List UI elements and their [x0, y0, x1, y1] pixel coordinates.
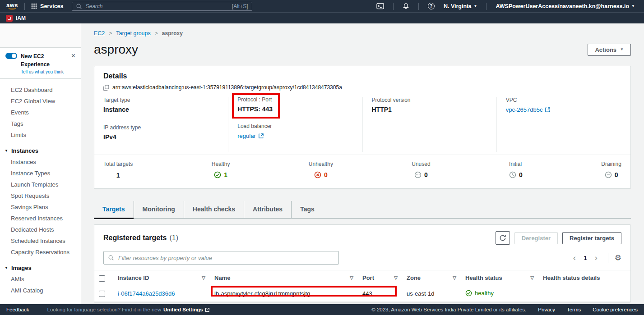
sidebar-section-elastic-block-store[interactable]: ▼ Elastic Block Store: [0, 300, 81, 304]
nav-divider: [393, 3, 394, 10]
filter-input[interactable]: [117, 254, 334, 262]
recently-visited-bar: IAM: [0, 12, 644, 23]
search-input[interactable]: [85, 3, 229, 10]
sort-icon[interactable]: ▽: [350, 275, 353, 280]
previous-page-icon[interactable]: ‹: [569, 254, 580, 262]
target-type-value: Instance: [103, 106, 129, 113]
target-type-label: Target type: [103, 97, 219, 103]
protocol-port-value: HTTPS: 443: [237, 105, 273, 113]
register-targets-label: Register targets: [570, 235, 614, 242]
next-page-icon[interactable]: ›: [590, 254, 601, 262]
region-selector[interactable]: N. Virginia ▼: [439, 3, 482, 9]
copy-icon[interactable]: [103, 85, 109, 91]
feedback-link[interactable]: Feedback: [6, 307, 29, 312]
filter-box: [103, 251, 339, 265]
sidebar-item-tags[interactable]: Tags: [0, 118, 81, 129]
cloudshell-icon: [376, 3, 384, 9]
sidebar-top-strip: [0, 23, 81, 47]
copyright-text: © 2023, Amazon Web Services India Privat…: [371, 307, 526, 312]
terms-link[interactable]: Terms: [567, 307, 581, 312]
nav-divider: [418, 3, 419, 10]
cloudshell-button[interactable]: [372, 3, 389, 9]
account-menu[interactable]: AWSPowerUserAccess/navaneeth.kn@harness.…: [491, 3, 639, 9]
sort-icon[interactable]: ▽: [394, 275, 398, 280]
sidebar-section-instances[interactable]: ▼ Instances: [0, 145, 81, 156]
sort-icon[interactable]: ▽: [530, 275, 534, 280]
stat-value: 0: [519, 171, 523, 178]
sort-icon[interactable]: ▽: [202, 275, 205, 280]
load-balancer-link[interactable]: regular: [237, 132, 264, 139]
unified-settings-label: Unified Settings: [163, 307, 203, 312]
instance-id-link[interactable]: i-06f1744a6a25d36d6: [118, 290, 175, 297]
help-button[interactable]: ?: [423, 3, 439, 9]
registered-targets-count: (1): [170, 234, 179, 242]
new-experience-title: New EC2 Experience: [21, 53, 50, 68]
aws-logo[interactable]: aws: [6, 3, 18, 9]
sidebar-item-ec2-dashboard[interactable]: EC2 Dashboard: [0, 84, 81, 96]
select-all-checkbox[interactable]: [99, 275, 105, 282]
privacy-link[interactable]: Privacy: [538, 307, 555, 312]
actions-button[interactable]: Actions ▼: [588, 44, 631, 56]
global-search[interactable]: [Alt+S]: [72, 2, 252, 11]
sidebar-item-capacity-reservations[interactable]: Capacity Reservations: [0, 247, 81, 258]
settings-gear-icon[interactable]: ⚙: [615, 253, 621, 263]
tab-tags[interactable]: Tags: [291, 201, 323, 218]
register-targets-button[interactable]: Register targets: [562, 232, 621, 244]
sidebar-item-amis[interactable]: AMIs: [0, 274, 81, 285]
services-menu[interactable]: Services: [29, 3, 65, 9]
sidebar-item-instances[interactable]: Instances: [0, 156, 81, 168]
nav-divider: [486, 3, 486, 10]
page-title: asproxy: [94, 42, 138, 57]
sidebar-item-ami-catalog[interactable]: AMI Catalog: [0, 285, 81, 296]
sidebar-section-title: Instances: [11, 147, 38, 154]
cookie-preferences-link[interactable]: Cookie preferences: [593, 307, 638, 312]
new-experience-panel: New EC2 Experience Tell us what you thin…: [0, 47, 81, 79]
iam-shortcut[interactable]: IAM: [16, 15, 26, 21]
sidebar-item-limits[interactable]: Limits: [0, 129, 81, 141]
deregister-button[interactable]: Deregister: [514, 232, 558, 244]
nav-divider: [24, 3, 25, 10]
sidebar-item-events[interactable]: Events: [0, 107, 81, 118]
page-number[interactable]: 1: [582, 255, 588, 261]
new-experience-toggle[interactable]: [5, 53, 17, 59]
table-row: i-06f1744a6a25d36d6 lb-asproxytyler-cfcg…: [94, 286, 630, 301]
sidebar-item-scheduled-instances[interactable]: Scheduled Instances: [0, 235, 81, 247]
sort-icon[interactable]: ▽: [453, 275, 456, 280]
sidebar-item-reserved-instances[interactable]: Reserved Instances: [0, 213, 81, 224]
breadcrumb-target-groups[interactable]: Target groups: [116, 30, 150, 37]
services-grid-icon: [31, 3, 37, 9]
footer: Feedback Looking for language selection?…: [0, 304, 644, 315]
tab-targets[interactable]: Targets: [94, 201, 134, 218]
protocol-version-label: Protocol version: [372, 97, 487, 103]
sidebar-section-images[interactable]: ▼ Images: [0, 262, 81, 274]
refresh-button[interactable]: [496, 231, 510, 245]
breadcrumb-ec2[interactable]: EC2: [94, 30, 105, 37]
sidebar-item-ec2-global-view[interactable]: EC2 Global View: [0, 96, 81, 107]
sidebar-item-spot-requests[interactable]: Spot Requests: [0, 190, 81, 201]
sidebar-item-savings-plans[interactable]: Savings Plans: [0, 201, 81, 213]
ellipsis-circle-icon: [414, 171, 422, 178]
external-link-icon: [205, 307, 210, 312]
protocol-version-value: HTTP1: [372, 106, 392, 113]
new-experience-feedback-link[interactable]: Tell us what you think: [21, 69, 69, 74]
sidebar-item-dedicated-hosts[interactable]: Dedicated Hosts: [0, 224, 81, 235]
target-name: lb-asproxytyler-cfcg8jru1tmmqpntsjtg: [214, 290, 310, 297]
unified-settings-link[interactable]: Unified Settings: [163, 307, 210, 312]
vpc-link[interactable]: vpc-2657db5c: [506, 106, 551, 113]
stat-healthy: Healthy 1: [212, 161, 230, 180]
check-circle-icon: [214, 171, 221, 178]
sidebar-item-instance-types[interactable]: Instance Types: [0, 168, 81, 179]
row-checkbox[interactable]: [99, 291, 105, 297]
notifications-button[interactable]: [398, 3, 414, 9]
search-shortcut: [Alt+S]: [232, 3, 248, 9]
aws-logo-swoosh: [8, 7, 17, 9]
tab-health-checks[interactable]: Health checks: [184, 201, 244, 218]
tab-attributes[interactable]: Attributes: [244, 201, 291, 218]
registered-targets-title: Registered targets: [103, 234, 167, 242]
registered-targets-card: Registered targets (1) Deregister Regist…: [94, 224, 631, 302]
protocol-port-highlight: Protocol : Port HTTPS: 443: [232, 93, 280, 119]
sidebar-item-launch-templates[interactable]: Launch Templates: [0, 179, 81, 190]
stat-value: 0: [615, 171, 618, 178]
tab-monitoring[interactable]: Monitoring: [134, 201, 184, 218]
close-icon[interactable]: ×: [69, 52, 76, 59]
